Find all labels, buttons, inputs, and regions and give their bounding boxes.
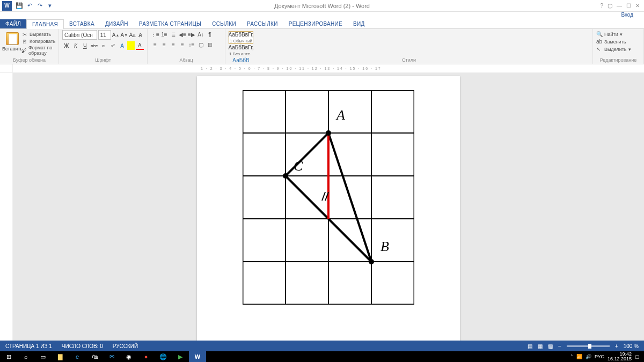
align-right-button[interactable]: ≡ (169, 40, 178, 49)
tab-insert[interactable]: ВСТАВКА (64, 19, 100, 28)
page-area[interactable]: A B C (13, 73, 644, 350)
tray-up-icon[interactable]: ˄ (570, 354, 573, 359)
multilevel-button[interactable]: ≣ (169, 30, 178, 39)
numbering-button[interactable]: 1≡ (160, 30, 169, 39)
tab-view[interactable]: ВИД (348, 19, 370, 28)
tab-mailings[interactable]: РАССЫЛКИ (241, 19, 283, 28)
ribbon-tabs: ФАЙЛ ГЛАВНАЯ ВСТАВКА ДИЗАЙН РАЗМЕТКА СТР… (0, 18, 644, 29)
qat-menu-icon[interactable]: ▾ (46, 2, 54, 10)
ribbon-options-icon[interactable]: ▢ (608, 3, 612, 9)
tab-design[interactable]: ДИЗАЙН (100, 19, 134, 28)
copy-button[interactable]: ⎘Копировать (21, 38, 55, 45)
chrome-tile-icon[interactable]: ● (137, 351, 155, 362)
style-item-1[interactable]: АаБбВвГг,1 Без инте... (229, 44, 253, 57)
horizontal-ruler[interactable]: 1 · 2 · 3 · 4 · 5 · 6 · 7 · 8 · 9 · 10 ·… (0, 64, 644, 73)
replace-icon: ab (596, 39, 603, 45)
shading-button[interactable]: ▢ (196, 40, 205, 49)
find-button[interactable]: 🔍Найти ▾ (596, 31, 640, 38)
sort-button[interactable]: A↓ (196, 30, 205, 39)
justify-button[interactable]: ≡ (178, 40, 187, 49)
page-indicator[interactable]: СТРАНИЦА 1 ИЗ 1 (5, 343, 52, 349)
tab-home[interactable]: ГЛАВНАЯ (26, 19, 64, 29)
grow-font-button[interactable]: A▲ (112, 31, 120, 39)
tab-references[interactable]: ССЫЛКИ (207, 19, 241, 28)
italic-button[interactable]: К (71, 41, 79, 50)
minimize-button[interactable]: — (617, 3, 622, 9)
print-layout-icon[interactable]: ▦ (538, 343, 543, 349)
word-count[interactable]: ЧИСЛО СЛОВ: 0 (62, 343, 103, 349)
zoom-out-button[interactable]: − (558, 343, 561, 349)
underline-button[interactable]: Ч (81, 41, 89, 50)
close-button[interactable]: ✕ (635, 3, 640, 9)
start-button[interactable]: ⊞ (0, 351, 17, 362)
app3-icon[interactable]: ▶ (172, 351, 189, 362)
maximize-button[interactable]: ☐ (626, 3, 631, 9)
network-icon[interactable]: 📶 (576, 354, 582, 359)
svg-line-10 (286, 133, 328, 176)
copy-label: Копировать (30, 39, 55, 44)
tab-layout[interactable]: РАЗМЕТКА СТРАНИЦЫ (134, 19, 207, 28)
bold-button[interactable]: Ж (62, 41, 70, 50)
text-effects-button[interactable]: A (118, 41, 126, 50)
edge-icon[interactable]: e (69, 351, 86, 362)
align-left-button[interactable]: ≡ (151, 40, 159, 49)
task-view-icon[interactable]: ▭ (34, 351, 52, 362)
undo-icon[interactable]: ↶ (25, 2, 34, 10)
increase-indent-button[interactable]: ≡▶ (187, 30, 196, 39)
language-indicator[interactable]: РУССКИЙ (113, 343, 138, 349)
subscript-button[interactable]: x₂ (99, 41, 107, 50)
tab-file[interactable]: ФАЙЛ (0, 19, 26, 28)
decrease-indent-button[interactable]: ◀≡ (178, 30, 187, 39)
superscript-button[interactable]: x² (109, 41, 117, 50)
login-link[interactable]: Вход (0, 12, 644, 18)
font-size-select[interactable]: 11 (98, 30, 111, 40)
align-center-button[interactable]: ≡ (160, 40, 169, 49)
styles-group-label: Стили (225, 57, 592, 63)
store-icon[interactable]: 🛍 (86, 351, 103, 362)
zoom-in-button[interactable]: + (615, 343, 618, 349)
style-item-0[interactable]: АаБбВвГг,1 Обычный (229, 31, 253, 44)
zoom-level[interactable]: 100 % (624, 343, 639, 349)
file-explorer-icon[interactable]: ▇ (52, 351, 69, 362)
redo-icon[interactable]: ↷ (35, 2, 44, 10)
save-icon[interactable]: 💾 (15, 2, 24, 10)
volume-icon[interactable]: 🔊 (586, 354, 591, 359)
read-mode-icon[interactable]: ▤ (528, 343, 532, 349)
borders-button[interactable]: ⊞ (206, 40, 214, 49)
cut-button[interactable]: ✂Вырезать (21, 31, 55, 38)
scissors-icon: ✂ (21, 31, 28, 38)
workspace: A B C (0, 73, 644, 350)
web-layout-icon[interactable]: ▩ (548, 343, 553, 349)
format-painter-button[interactable]: 🖌Формат по образцу (21, 45, 55, 56)
clipboard-group-label: Буфер обмена (0, 57, 58, 63)
change-case-button[interactable]: Aa (129, 31, 136, 39)
bullets-button[interactable]: ⋮≡ (151, 30, 159, 39)
mail-icon[interactable]: ✉ (103, 351, 120, 362)
vertical-ruler[interactable] (0, 73, 13, 350)
clock[interactable]: 19:42 16.12.2015 (608, 352, 632, 361)
shrink-font-button[interactable]: A▼ (120, 31, 128, 39)
group-paragraph: ⋮≡ 1≡ ≣ ◀≡ ≡▶ A↓ ¶ ≡ ≡ ≡ ≡ ↕≡ ▢ ⊞ Абзац (148, 29, 225, 64)
pilcrow-button[interactable]: ¶ (206, 30, 214, 39)
tab-review[interactable]: РЕЦЕНЗИРОВАНИЕ (283, 19, 348, 28)
search-icon: 🔍 (596, 31, 603, 38)
zoom-slider[interactable] (567, 345, 610, 347)
font-name-select[interactable]: Calibri (Осн (62, 30, 97, 40)
line-spacing-button[interactable]: ↕≡ (187, 40, 196, 49)
select-button[interactable]: ↖Выделить ▾ (596, 46, 640, 53)
svg-line-8 (328, 133, 371, 262)
help-icon[interactable]: ? (600, 3, 603, 9)
app1-icon[interactable]: ◉ (120, 351, 137, 362)
search-icon[interactable]: ⌕ (17, 351, 34, 362)
document-page[interactable]: A B C (197, 76, 460, 345)
word-task-icon[interactable]: W (189, 351, 206, 362)
language-indicator-tray[interactable]: РУС (595, 354, 604, 359)
notifications-icon[interactable]: ▢ (635, 354, 640, 359)
highlight-button[interactable] (127, 41, 134, 50)
font-color-button[interactable]: A (136, 41, 144, 50)
copy-icon: ⎘ (21, 38, 28, 45)
chrome-icon[interactable]: 🌐 (155, 351, 172, 362)
strike-button[interactable]: abc (90, 41, 98, 50)
replace-button[interactable]: abЗаменить (596, 39, 640, 45)
clear-format-button[interactable]: A̷ (137, 31, 144, 39)
